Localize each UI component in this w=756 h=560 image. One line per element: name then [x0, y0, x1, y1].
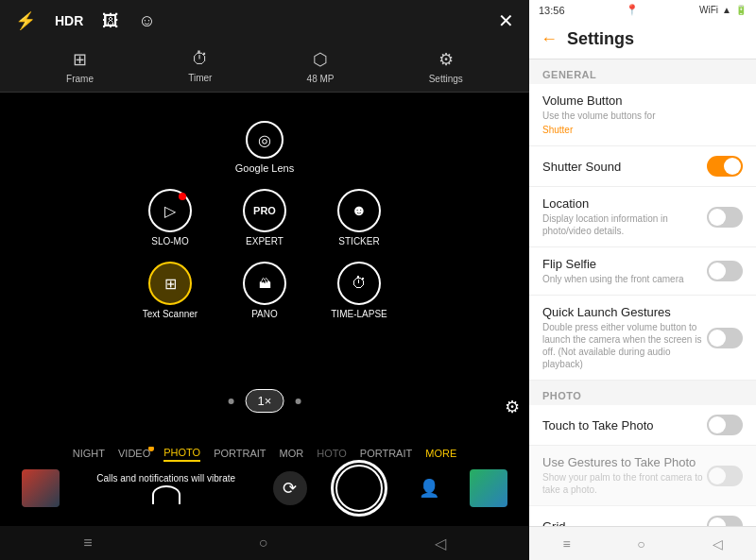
quick-launch-toggle[interactable]	[707, 328, 743, 348]
shutter-sound-title: Shutter Sound	[542, 160, 707, 174]
mode-google-lens[interactable]: ◎ Google Lens	[235, 121, 294, 174]
settings-trigger-icon[interactable]: ⚙	[505, 397, 520, 417]
grid-title: Grid	[542, 519, 707, 527]
camera-panel: ⚡ HDR 🖼 ☺ ✕ ⊞ Frame ⏱ Timer ⬡ 48 MP ⚙ Se…	[0, 0, 529, 560]
mode-row-2: ⊞ Text Scanner 🏔 PANO ⏱ TIME-LAPSE	[137, 262, 392, 319]
shutter-inner	[335, 465, 383, 512]
mp-label: 48 MP	[307, 74, 335, 84]
flip-selfie-toggle[interactable]	[707, 261, 743, 281]
google-lens-label: Google Lens	[235, 162, 294, 174]
setting-quick-launch: Quick Launch Gestures Double press eithe…	[529, 296, 756, 381]
battery-icon: 🔋	[735, 5, 747, 15]
grid-knob	[709, 518, 726, 526]
location-toggle[interactable]	[707, 207, 743, 228]
grid-toggle[interactable]	[707, 516, 743, 526]
tab-video[interactable]: VIDEO	[118, 448, 150, 461]
setting-grid: Grid	[529, 506, 756, 526]
setting-location: Location Display location information in…	[529, 187, 756, 247]
location-knob	[709, 209, 726, 226]
mode-slo-mo[interactable]: ▷ SLO-MO	[137, 189, 203, 246]
quick-launch-knob	[709, 330, 726, 347]
hdr-label[interactable]: HDR	[55, 13, 83, 28]
volume-button-value: Shutter	[542, 124, 743, 136]
volume-button-sub: Use the volume buttons for	[542, 110, 743, 122]
flip-camera-button[interactable]: ⟳	[273, 471, 307, 505]
settings-nav-home-icon[interactable]: ○	[637, 536, 644, 552]
camera-bottom-nav: ≡ ○ ◁	[0, 526, 529, 560]
face-icon[interactable]: ☺	[138, 11, 155, 31]
tab-hoto[interactable]: HOTO	[317, 448, 347, 461]
mode-grid: ◎ Google Lens ▷ SLO-MO PRO EXPERT ☻	[137, 121, 392, 319]
mode-text-scanner[interactable]: ⊞ Text Scanner	[137, 262, 203, 319]
expert-icon: PRO	[243, 189, 286, 232]
camera-top-bar: ⚡ HDR 🖼 ☺ ✕	[0, 0, 529, 42]
gestures-knob	[709, 467, 726, 484]
settings-nav-back-icon[interactable]: ◁	[713, 536, 723, 552]
cam-nav-home-icon[interactable]: ○	[259, 535, 268, 552]
face-scan-button[interactable]: 👤	[412, 471, 446, 505]
toolbar-frame[interactable]: ⊞ Frame	[66, 49, 94, 84]
mode-time-lapse[interactable]: ⏱ TIME-LAPSE	[326, 262, 392, 319]
touch-take-toggle[interactable]	[707, 415, 743, 435]
setting-shutter-sound: Shutter Sound	[529, 146, 756, 187]
settings-panel: 13:56 📍 WiFi ▲ 🔋 ← Settings GENERAL Volu…	[529, 0, 756, 560]
shutter-button[interactable]	[331, 460, 387, 517]
tab-more[interactable]: MORE	[425, 448, 456, 461]
flip-selfie-knob	[709, 263, 726, 280]
gallery-thumbnail[interactable]	[22, 469, 60, 507]
zoom-dot-1	[229, 399, 234, 404]
tab-night[interactable]: NIGHT	[73, 448, 105, 461]
settings-bottom-nav: ≡ ○ ◁	[529, 526, 756, 560]
zoom-badge[interactable]: 1×	[246, 389, 284, 413]
cam-nav-back-icon[interactable]: ◁	[435, 535, 446, 552]
toolbar-settings[interactable]: ⚙ Settings	[429, 49, 463, 84]
volume-button-title: Volume Button	[542, 93, 743, 108]
slo-mo-label: SLO-MO	[151, 236, 188, 246]
status-bar: 13:56 📍 WiFi ▲ 🔋	[529, 0, 756, 20]
mode-pano[interactable]: 🏔 PANO	[232, 262, 298, 319]
back-button[interactable]: ←	[541, 29, 558, 49]
panorama-icon[interactable]: 🖼	[102, 11, 119, 31]
flash-icon[interactable]: ⚡	[15, 10, 36, 31]
settings-nav-menu-icon[interactable]: ≡	[562, 536, 570, 552]
tab-portrait2[interactable]: PORTRAIT	[360, 448, 412, 461]
mode-sticker[interactable]: ☻ STICKER	[326, 189, 392, 246]
gestures-title: Use Gestures to Take Photo	[542, 455, 707, 469]
setting-touch-take-photo: Touch to Take Photo	[529, 405, 756, 446]
tab-mor[interactable]: MOR	[280, 448, 304, 461]
camera-toolbar: ⊞ Frame ⏱ Timer ⬡ 48 MP ⚙ Settings	[0, 42, 529, 93]
gestures-sub: Show your palm to the front camera to ta…	[542, 471, 707, 496]
status-icons: WiFi ▲ 🔋	[699, 5, 747, 15]
frame-icon: ⊞	[73, 49, 87, 70]
settings-header: ← Settings	[529, 20, 756, 59]
signal-icon: ▲	[722, 5, 731, 15]
shutter-sound-toggle[interactable]	[707, 156, 743, 177]
touch-take-title: Touch to Take Photo	[542, 418, 707, 433]
toolbar-mp[interactable]: ⬡ 48 MP	[307, 49, 335, 84]
text-scanner-icon: ⊞	[148, 262, 192, 305]
settings-content: GENERAL Volume Button Use the volume but…	[529, 59, 756, 526]
setting-flip-selfie: Flip Selfie Only when using the front ca…	[529, 247, 756, 296]
pano-icon: 🏔	[243, 262, 286, 305]
vibrate-arc-icon	[152, 485, 180, 504]
tab-portrait[interactable]: PORTRAIT	[214, 448, 266, 461]
location-title: Location	[542, 196, 707, 211]
camera-bottom-controls: Calls and notifications will vibrate ⟳ 👤	[0, 460, 529, 517]
mode-row-1: ▷ SLO-MO PRO EXPERT ☻ STICKER	[137, 189, 392, 246]
gestures-toggle	[707, 466, 743, 486]
mode-expert[interactable]: PRO EXPERT	[232, 189, 298, 246]
cam-nav-menu-icon[interactable]: ≡	[83, 535, 92, 552]
setting-gestures-take-photo: Use Gestures to Take Photo Show your pal…	[529, 446, 756, 506]
setting-volume-button[interactable]: Volume Button Use the volume buttons for…	[529, 84, 756, 146]
close-icon[interactable]: ✕	[498, 9, 514, 32]
text-scanner-label: Text Scanner	[143, 309, 198, 319]
toolbar-timer[interactable]: ⏱ Timer	[188, 49, 212, 84]
flip-selfie-sub: Only when using the front camera	[542, 273, 707, 285]
pano-label: PANO	[251, 309, 278, 319]
quick-launch-title: Quick Launch Gestures	[542, 305, 707, 319]
settings-cam-icon: ⚙	[438, 49, 454, 70]
shutter-sound-knob	[724, 158, 741, 175]
flip-selfie-title: Flip Selfie	[542, 257, 707, 271]
wifi-icon: WiFi	[699, 5, 718, 15]
gallery-thumbnail-2[interactable]	[470, 469, 507, 507]
